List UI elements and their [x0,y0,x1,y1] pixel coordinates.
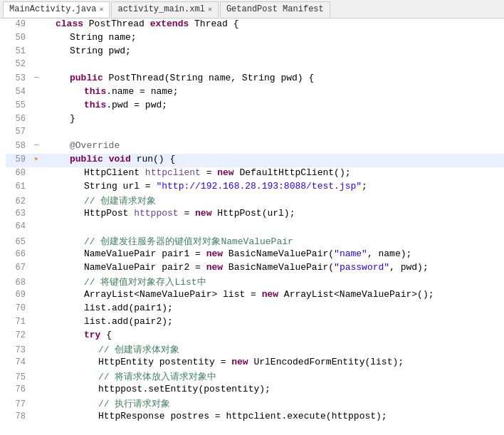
line-number: 72 [6,330,31,340]
code-line: 71list.add(pair2); [6,316,504,330]
tab-activity-main[interactable]: activity_main.xml ✕ [111,1,218,17]
line-number: 57 [6,127,31,137]
code-content: @Override [41,140,504,151]
code-line: 63HttpPost httppost = new HttpPost(url); [6,208,504,221]
code-content: // 将键值对对象存入List中 [41,276,504,288]
code-line: 77// 执行请求对象 [6,397,504,411]
code-content: HttpResponse postres = httpclient.execut… [41,411,504,421]
code-content: public void run() { [41,154,504,164]
gutter-mark: − [31,140,41,151]
code-content: public PostThread(String name, String pw… [41,73,504,83]
code-line: 67NameValuePair pair2 = new BasicNameVal… [6,262,504,276]
line-number: 78 [6,412,31,421]
code-content: HttpPost httppost = new HttpPost(url); [41,208,504,219]
line-number: 73 [6,345,31,355]
line-number: 50 [6,33,31,43]
line-number: 61 [6,182,31,192]
line-number: 69 [6,290,31,300]
code-content: String url = "http://192.168.28.193:8088… [41,181,504,192]
gutter-mark: − [31,73,41,83]
code-line: 51String pwd; [6,46,504,59]
code-line: 73// 创建请求体对象 [6,343,504,357]
line-number: 62 [6,196,31,206]
line-number: 49 [6,19,31,29]
code-line: 64 [6,221,504,235]
code-content: this.pwd = pwd; [41,100,504,110]
code-line: 59➤public void run() { [6,154,504,167]
code-line: 66NameValuePair pair1 = new BasicNameVal… [6,248,504,262]
code-line: 53−public PostThread(String name, String… [6,73,504,86]
code-line: 78HttpResponse postres = httpclient.exec… [6,411,504,424]
line-number: 67 [6,263,31,273]
code-line: 56} [6,113,504,127]
code-line: 52 [6,59,504,73]
code-content: httppost.setEntity(postentity); [41,384,504,394]
code-line: 61String url = "http://192.168.28.193:80… [6,181,504,194]
code-content: ArrayList<NameValuePair> list = new Arra… [41,289,504,300]
code-line: 75// 将请求体放入请求对象中 [6,370,504,384]
code-line: 70list.add(pair1); [6,303,504,316]
code-content: // 创建请求对象 [41,194,504,207]
line-number: 54 [6,87,31,97]
code-content: String pwd; [41,46,504,56]
line-number: 65 [6,237,31,247]
tab-mainactivity[interactable]: MainActivity.java ✕ [3,1,110,17]
code-content: list.add(pair2); [41,316,504,327]
code-line: 74HttpEntity postentity = new UrlEncoded… [6,357,504,370]
code-content: // 执行请求对象 [41,397,504,410]
code-line: 62// 创建请求对象 [6,194,504,208]
code-line: 49class PostThread extends Thread { [6,19,504,32]
code-line: 76httppost.setEntity(postentity); [6,384,504,397]
line-number: 76 [6,384,31,394]
line-number: 58 [6,141,31,151]
code-line: 65// 创建发往服务器的键值对对象NameValuePair [6,235,504,248]
code-content: class PostThread extends Thread { [41,19,504,29]
tab-label: GetandPost Manifest [226,4,324,14]
tab-bar: MainActivity.java ✕ activity_main.xml ✕ … [0,0,504,19]
code-line: 60HttpClient httpclient = new DefaultHtt… [6,167,504,181]
code-content: try { [41,330,504,340]
tab-close-icon[interactable]: ✕ [208,5,212,14]
code-content: list.add(pair1); [41,303,504,313]
line-number: 52 [6,59,31,69]
code-content: } [41,113,504,124]
code-content: // 创建发往服务器的键值对对象NameValuePair [41,235,504,248]
code-line: 58−@Override [6,140,504,154]
code-content: // 创建请求体对象 [41,343,504,356]
tab-getandpost[interactable]: GetandPost Manifest [220,1,330,17]
line-number: 75 [6,372,31,382]
code-line: 55this.pwd = pwd; [6,100,504,113]
code-line: 68// 将键值对对象存入List中 [6,276,504,289]
code-line: 57 [6,127,504,140]
line-number: 60 [6,168,31,178]
line-number: 51 [6,46,31,56]
code-container: 49class PostThread extends Thread {50Str… [0,19,504,435]
editor-window: MainActivity.java ✕ activity_main.xml ✕ … [0,0,504,435]
code-line: 54this.name = name; [6,86,504,100]
line-number: 77 [6,399,31,409]
tab-label: MainActivity.java [9,4,96,14]
code-content: HttpEntity postentity = new UrlEncodedFo… [41,357,504,367]
gutter-mark: ➤ [31,154,41,164]
line-number: 55 [6,100,31,110]
line-number: 59 [6,154,31,164]
code-line: 50String name; [6,32,504,46]
code-content: // 将请求体放入请求对象中 [41,370,504,383]
code-content: String name; [41,32,504,43]
line-number: 64 [6,221,31,231]
line-number: 66 [6,249,31,259]
code-content: HttpClient httpclient = new DefaultHttpC… [41,167,504,178]
line-number: 56 [6,114,31,124]
code-content: this.name = name; [41,86,504,97]
line-number: 68 [6,278,31,288]
tab-close-icon[interactable]: ✕ [99,5,103,14]
line-number: 63 [6,209,31,219]
line-number: 70 [6,303,31,313]
code-line: 72try { [6,330,504,343]
code-content: NameValuePair pair1 = new BasicNameValue… [41,248,504,259]
line-number: 74 [6,357,31,367]
code-line: 69ArrayList<NameValuePair> list = new Ar… [6,289,504,303]
line-number: 53 [6,73,31,83]
code-editor[interactable]: 49class PostThread extends Thread {50Str… [0,19,504,435]
code-content: NameValuePair pair2 = new BasicNameValue… [41,262,504,273]
